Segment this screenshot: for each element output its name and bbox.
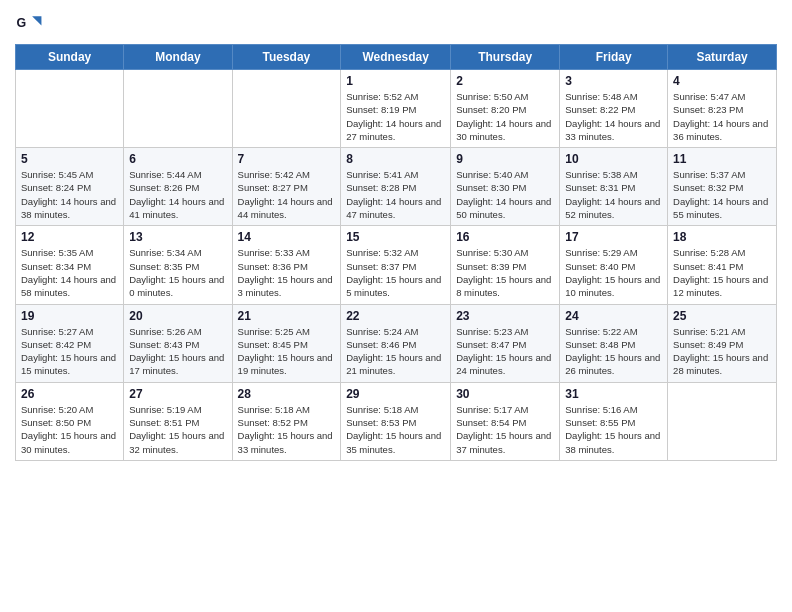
day-info: Sunrise: 5:21 AMSunset: 8:49 PMDaylight:… xyxy=(673,325,771,378)
logo-icon: G xyxy=(15,10,43,38)
day-number: 10 xyxy=(565,152,662,166)
day-number: 30 xyxy=(456,387,554,401)
logo: G xyxy=(15,10,47,38)
day-info: Sunrise: 5:32 AMSunset: 8:37 PMDaylight:… xyxy=(346,246,445,299)
day-number: 21 xyxy=(238,309,336,323)
day-cell xyxy=(232,70,341,148)
day-cell: 6Sunrise: 5:44 AMSunset: 8:26 PMDaylight… xyxy=(124,148,232,226)
weekday-header-thursday: Thursday xyxy=(451,45,560,70)
day-cell: 25Sunrise: 5:21 AMSunset: 8:49 PMDayligh… xyxy=(668,304,777,382)
day-cell: 28Sunrise: 5:18 AMSunset: 8:52 PMDayligh… xyxy=(232,382,341,460)
day-number: 26 xyxy=(21,387,118,401)
day-cell: 12Sunrise: 5:35 AMSunset: 8:34 PMDayligh… xyxy=(16,226,124,304)
day-info: Sunrise: 5:48 AMSunset: 8:22 PMDaylight:… xyxy=(565,90,662,143)
day-cell: 30Sunrise: 5:17 AMSunset: 8:54 PMDayligh… xyxy=(451,382,560,460)
weekday-header-sunday: Sunday xyxy=(16,45,124,70)
day-number: 14 xyxy=(238,230,336,244)
day-info: Sunrise: 5:34 AMSunset: 8:35 PMDaylight:… xyxy=(129,246,226,299)
svg-text:G: G xyxy=(17,16,27,30)
day-number: 15 xyxy=(346,230,445,244)
day-cell: 1Sunrise: 5:52 AMSunset: 8:19 PMDaylight… xyxy=(341,70,451,148)
day-number: 18 xyxy=(673,230,771,244)
day-number: 17 xyxy=(565,230,662,244)
page: G SundayMondayTuesdayWednesdayThursdayFr… xyxy=(0,0,792,612)
day-info: Sunrise: 5:52 AMSunset: 8:19 PMDaylight:… xyxy=(346,90,445,143)
day-cell xyxy=(16,70,124,148)
day-cell: 17Sunrise: 5:29 AMSunset: 8:40 PMDayligh… xyxy=(560,226,668,304)
svg-marker-1 xyxy=(32,16,41,25)
day-info: Sunrise: 5:25 AMSunset: 8:45 PMDaylight:… xyxy=(238,325,336,378)
day-info: Sunrise: 5:41 AMSunset: 8:28 PMDaylight:… xyxy=(346,168,445,221)
header: G xyxy=(15,10,777,38)
day-cell: 24Sunrise: 5:22 AMSunset: 8:48 PMDayligh… xyxy=(560,304,668,382)
day-number: 2 xyxy=(456,74,554,88)
day-info: Sunrise: 5:45 AMSunset: 8:24 PMDaylight:… xyxy=(21,168,118,221)
day-number: 7 xyxy=(238,152,336,166)
day-number: 31 xyxy=(565,387,662,401)
day-info: Sunrise: 5:24 AMSunset: 8:46 PMDaylight:… xyxy=(346,325,445,378)
day-info: Sunrise: 5:16 AMSunset: 8:55 PMDaylight:… xyxy=(565,403,662,456)
day-cell: 18Sunrise: 5:28 AMSunset: 8:41 PMDayligh… xyxy=(668,226,777,304)
day-info: Sunrise: 5:18 AMSunset: 8:53 PMDaylight:… xyxy=(346,403,445,456)
day-cell: 13Sunrise: 5:34 AMSunset: 8:35 PMDayligh… xyxy=(124,226,232,304)
day-cell: 2Sunrise: 5:50 AMSunset: 8:20 PMDaylight… xyxy=(451,70,560,148)
day-info: Sunrise: 5:26 AMSunset: 8:43 PMDaylight:… xyxy=(129,325,226,378)
day-info: Sunrise: 5:44 AMSunset: 8:26 PMDaylight:… xyxy=(129,168,226,221)
calendar-table: SundayMondayTuesdayWednesdayThursdayFrid… xyxy=(15,44,777,461)
day-info: Sunrise: 5:23 AMSunset: 8:47 PMDaylight:… xyxy=(456,325,554,378)
weekday-header-tuesday: Tuesday xyxy=(232,45,341,70)
day-cell: 7Sunrise: 5:42 AMSunset: 8:27 PMDaylight… xyxy=(232,148,341,226)
day-info: Sunrise: 5:28 AMSunset: 8:41 PMDaylight:… xyxy=(673,246,771,299)
week-row-1: 1Sunrise: 5:52 AMSunset: 8:19 PMDaylight… xyxy=(16,70,777,148)
day-number: 6 xyxy=(129,152,226,166)
day-number: 12 xyxy=(21,230,118,244)
day-cell: 5Sunrise: 5:45 AMSunset: 8:24 PMDaylight… xyxy=(16,148,124,226)
day-cell: 27Sunrise: 5:19 AMSunset: 8:51 PMDayligh… xyxy=(124,382,232,460)
day-cell: 31Sunrise: 5:16 AMSunset: 8:55 PMDayligh… xyxy=(560,382,668,460)
week-row-4: 19Sunrise: 5:27 AMSunset: 8:42 PMDayligh… xyxy=(16,304,777,382)
day-number: 4 xyxy=(673,74,771,88)
weekday-header-saturday: Saturday xyxy=(668,45,777,70)
week-row-3: 12Sunrise: 5:35 AMSunset: 8:34 PMDayligh… xyxy=(16,226,777,304)
day-info: Sunrise: 5:33 AMSunset: 8:36 PMDaylight:… xyxy=(238,246,336,299)
day-number: 3 xyxy=(565,74,662,88)
weekday-header-monday: Monday xyxy=(124,45,232,70)
day-info: Sunrise: 5:29 AMSunset: 8:40 PMDaylight:… xyxy=(565,246,662,299)
day-info: Sunrise: 5:47 AMSunset: 8:23 PMDaylight:… xyxy=(673,90,771,143)
day-number: 5 xyxy=(21,152,118,166)
day-cell: 9Sunrise: 5:40 AMSunset: 8:30 PMDaylight… xyxy=(451,148,560,226)
day-info: Sunrise: 5:20 AMSunset: 8:50 PMDaylight:… xyxy=(21,403,118,456)
day-number: 22 xyxy=(346,309,445,323)
day-number: 19 xyxy=(21,309,118,323)
day-number: 23 xyxy=(456,309,554,323)
day-info: Sunrise: 5:40 AMSunset: 8:30 PMDaylight:… xyxy=(456,168,554,221)
week-row-5: 26Sunrise: 5:20 AMSunset: 8:50 PMDayligh… xyxy=(16,382,777,460)
day-number: 1 xyxy=(346,74,445,88)
day-cell: 15Sunrise: 5:32 AMSunset: 8:37 PMDayligh… xyxy=(341,226,451,304)
day-cell: 4Sunrise: 5:47 AMSunset: 8:23 PMDaylight… xyxy=(668,70,777,148)
day-info: Sunrise: 5:37 AMSunset: 8:32 PMDaylight:… xyxy=(673,168,771,221)
day-number: 20 xyxy=(129,309,226,323)
day-cell: 20Sunrise: 5:26 AMSunset: 8:43 PMDayligh… xyxy=(124,304,232,382)
day-cell: 22Sunrise: 5:24 AMSunset: 8:46 PMDayligh… xyxy=(341,304,451,382)
day-cell: 10Sunrise: 5:38 AMSunset: 8:31 PMDayligh… xyxy=(560,148,668,226)
day-cell: 21Sunrise: 5:25 AMSunset: 8:45 PMDayligh… xyxy=(232,304,341,382)
day-number: 28 xyxy=(238,387,336,401)
day-number: 9 xyxy=(456,152,554,166)
day-info: Sunrise: 5:50 AMSunset: 8:20 PMDaylight:… xyxy=(456,90,554,143)
day-info: Sunrise: 5:27 AMSunset: 8:42 PMDaylight:… xyxy=(21,325,118,378)
weekday-header-row: SundayMondayTuesdayWednesdayThursdayFrid… xyxy=(16,45,777,70)
day-cell: 29Sunrise: 5:18 AMSunset: 8:53 PMDayligh… xyxy=(341,382,451,460)
day-info: Sunrise: 5:18 AMSunset: 8:52 PMDaylight:… xyxy=(238,403,336,456)
day-number: 16 xyxy=(456,230,554,244)
day-info: Sunrise: 5:19 AMSunset: 8:51 PMDaylight:… xyxy=(129,403,226,456)
week-row-2: 5Sunrise: 5:45 AMSunset: 8:24 PMDaylight… xyxy=(16,148,777,226)
day-cell: 19Sunrise: 5:27 AMSunset: 8:42 PMDayligh… xyxy=(16,304,124,382)
day-cell: 23Sunrise: 5:23 AMSunset: 8:47 PMDayligh… xyxy=(451,304,560,382)
day-info: Sunrise: 5:22 AMSunset: 8:48 PMDaylight:… xyxy=(565,325,662,378)
day-info: Sunrise: 5:42 AMSunset: 8:27 PMDaylight:… xyxy=(238,168,336,221)
weekday-header-wednesday: Wednesday xyxy=(341,45,451,70)
day-cell: 3Sunrise: 5:48 AMSunset: 8:22 PMDaylight… xyxy=(560,70,668,148)
day-cell xyxy=(124,70,232,148)
weekday-header-friday: Friday xyxy=(560,45,668,70)
